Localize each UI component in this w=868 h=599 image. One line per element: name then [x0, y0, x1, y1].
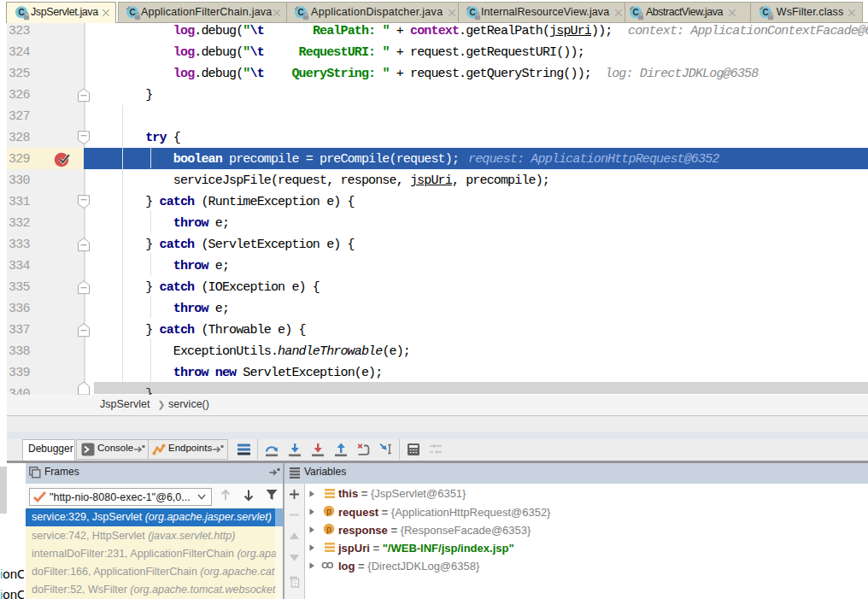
svg-text:p: p: [326, 525, 331, 534]
svg-text:p: p: [326, 507, 331, 516]
svg-text:C: C: [469, 8, 475, 17]
svg-text:C: C: [632, 8, 638, 17]
svg-text:C: C: [18, 8, 24, 17]
svg-text:C: C: [129, 8, 135, 17]
svg-text:C: C: [297, 8, 303, 17]
svg-text:C: C: [762, 8, 768, 17]
